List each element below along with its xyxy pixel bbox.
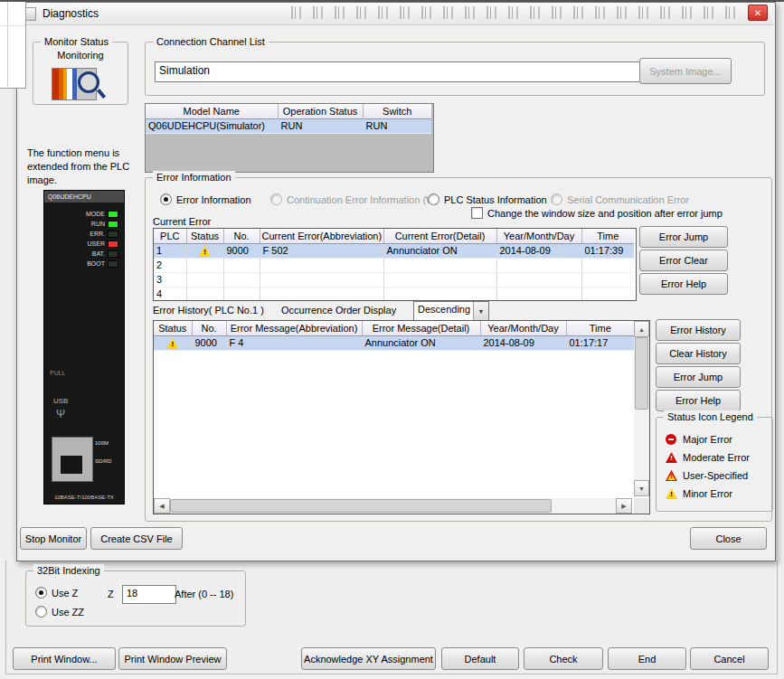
column-header: Current Error(Abbreviation) bbox=[260, 229, 383, 244]
radio-continuation-error-information[interactable]: Continuation Error Information (W) bbox=[270, 193, 439, 205]
legend-item-minor: Minor Error bbox=[666, 486, 732, 501]
model-table-header: Switch bbox=[363, 104, 431, 119]
error-help-button[interactable]: Error Help bbox=[639, 273, 728, 295]
chevron-down-icon[interactable]: ▼ bbox=[473, 302, 488, 320]
history-row[interactable]: 9000 F 4 Annunciator ON 2014-08-09 01:17… bbox=[154, 336, 634, 351]
plc-led-user: USER bbox=[57, 239, 118, 249]
scrollbar-thumb[interactable] bbox=[635, 337, 648, 410]
column-header: PLC bbox=[154, 229, 186, 244]
plc-cell: 1 bbox=[154, 244, 186, 259]
close-dialog-button[interactable]: Close bbox=[690, 527, 767, 550]
error-history-button[interactable]: Error History bbox=[656, 319, 741, 341]
current-error-table[interactable]: PLC Status No. Current Error(Abbreviatio… bbox=[153, 228, 637, 301]
monitoring-status-text: Monitoring bbox=[33, 50, 128, 61]
current-error-row[interactable]: 1 9000 F 502 Annunciator ON 2014-08-09 0… bbox=[154, 244, 634, 259]
use-z-radio[interactable]: Use Z bbox=[35, 587, 78, 599]
plc-led-panel: MODE RUN ERR. USER BAT. BOOT bbox=[57, 209, 118, 269]
plc-pull-label: PULL bbox=[50, 370, 66, 376]
column-header: No. bbox=[192, 321, 226, 336]
plc-note: The function menu is extended from the P… bbox=[27, 146, 130, 187]
column-header: Status bbox=[186, 229, 223, 244]
z-value-field[interactable]: 18 bbox=[122, 585, 176, 604]
magnifier-handle bbox=[97, 89, 106, 99]
usb-icon: Ψ bbox=[56, 408, 65, 420]
radio-plc-status-information[interactable]: PLC Status Information bbox=[428, 193, 547, 205]
scrollbar-thumb[interactable] bbox=[170, 499, 552, 513]
error-no-cell: 9000 bbox=[223, 244, 260, 259]
model-table-area: Model Name Operation Status Switch Q06UD… bbox=[145, 103, 434, 173]
legend-item-moderate: Moderate Error bbox=[666, 450, 750, 465]
create-csv-button[interactable]: Create CSV File bbox=[90, 527, 183, 550]
horizontal-scrollbar[interactable]: ◀ ▶ bbox=[154, 498, 632, 514]
model-table[interactable]: Model Name Operation Status Switch Q06UD… bbox=[146, 104, 431, 134]
column-header: Time bbox=[566, 321, 634, 336]
error-date-cell: 2014-08-09 bbox=[480, 336, 566, 351]
acknowledge-xy-assignment-button[interactable]: Acknowledge XY Assignment bbox=[301, 647, 436, 670]
channel-name-field[interactable]: Simulation bbox=[155, 61, 641, 82]
error-jump-window-checkbox[interactable]: Change the window size and position afte… bbox=[471, 207, 723, 219]
indexing-32bit-group: 32Bit Indexing Use Z Z 18 After (0 -- 18… bbox=[25, 571, 246, 627]
led-indicator-off bbox=[108, 250, 118, 258]
vertical-scrollbar[interactable]: ▲ ▼ bbox=[634, 321, 649, 496]
led-label: BOOT bbox=[87, 260, 105, 267]
error-clear-button[interactable]: Error Clear bbox=[639, 250, 728, 271]
print-window-button[interactable]: Print Window... bbox=[13, 647, 116, 670]
minor-warning-icon bbox=[199, 246, 211, 257]
current-error-label: Current Error bbox=[153, 216, 211, 227]
connection-channel-group: Connection Channel List Simulation Syste… bbox=[145, 42, 765, 96]
print-window-preview-button[interactable]: Print Window Preview bbox=[118, 647, 227, 670]
radio-error-information[interactable]: Error Information bbox=[160, 193, 251, 205]
error-jump-button[interactable]: Error Jump bbox=[639, 226, 728, 248]
column-header: Current Error(Detail) bbox=[383, 229, 496, 244]
plc-usb-label: USB bbox=[53, 397, 68, 405]
history-error-help-button[interactable]: Error Help bbox=[656, 390, 741, 411]
column-header: Year/Month/Day bbox=[496, 229, 581, 244]
error-information-group: Error Information Error Information Cont… bbox=[145, 177, 772, 522]
current-error-header-row: PLC Status No. Current Error(Abbreviatio… bbox=[154, 229, 634, 244]
system-image-button[interactable]: System Image... bbox=[639, 58, 732, 84]
scroll-down-icon[interactable]: ▼ bbox=[634, 480, 649, 496]
scroll-up-icon[interactable]: ▲ bbox=[634, 321, 649, 337]
clear-history-button[interactable]: Clear History bbox=[656, 343, 741, 364]
radio-circle bbox=[35, 606, 47, 618]
background-frame-right bbox=[777, 561, 778, 674]
radio-circle bbox=[551, 193, 562, 205]
current-error-row[interactable]: 4 bbox=[154, 288, 634, 302]
error-no-cell: 9000 bbox=[192, 336, 226, 351]
status-icon-legend-label: Status Icon Legend bbox=[664, 410, 757, 423]
model-name-cell: Q06UDEHCPU(Simulator) bbox=[146, 119, 278, 134]
radio-label: Use ZZ bbox=[52, 607, 84, 618]
model-table-header: Model Name bbox=[146, 104, 278, 119]
error-time-cell: 01:17:17 bbox=[566, 336, 634, 351]
plc-image[interactable]: Q06UDEHCPU MODE RUN ERR. USER BAT. BOOT … bbox=[43, 190, 125, 505]
moderate-error-icon bbox=[666, 452, 677, 463]
scroll-right-icon[interactable]: ▶ bbox=[616, 498, 632, 514]
check-button[interactable]: Check bbox=[524, 647, 603, 670]
current-error-row[interactable]: 3 bbox=[154, 273, 634, 288]
radio-serial-communication-error[interactable]: Serial Communication Error bbox=[551, 193, 689, 205]
scroll-left-icon[interactable]: ◀ bbox=[154, 498, 170, 514]
radio-label: PLC Status Information bbox=[444, 194, 547, 205]
background-window-edge bbox=[7, 2, 8, 87]
default-button[interactable]: Default bbox=[441, 647, 519, 670]
led-indicator-green bbox=[108, 221, 118, 228]
history-error-jump-button[interactable]: Error Jump bbox=[656, 366, 741, 388]
radio-label: Use Z bbox=[52, 588, 78, 599]
cancel-button[interactable]: Cancel bbox=[690, 647, 769, 670]
plc-led-err: ERR. bbox=[57, 229, 118, 239]
error-history-table[interactable]: Status No. Error Message(Abbreviation) E… bbox=[153, 320, 650, 514]
column-header: Time bbox=[581, 229, 634, 244]
minor-warning-icon bbox=[166, 338, 178, 349]
use-zz-radio[interactable]: Use ZZ bbox=[35, 606, 84, 618]
model-table-row[interactable]: Q06UDEHCPU(Simulator) RUN RUN bbox=[146, 119, 431, 134]
checkbox-label: Change the window size and position afte… bbox=[487, 208, 723, 219]
legend-label: Moderate Error bbox=[683, 452, 750, 463]
current-error-row[interactable]: 2 bbox=[154, 259, 634, 273]
stop-monitor-button[interactable]: Stop Monitor bbox=[20, 527, 87, 550]
error-history-label: Error History( PLC No.1 ) bbox=[153, 305, 264, 316]
close-icon[interactable]: ✕ bbox=[748, 5, 768, 21]
status-cell bbox=[154, 336, 192, 351]
occurrence-order-select[interactable]: Descending ▼ bbox=[413, 301, 489, 321]
end-button[interactable]: End bbox=[608, 647, 686, 670]
led-indicator-off bbox=[108, 260, 118, 268]
